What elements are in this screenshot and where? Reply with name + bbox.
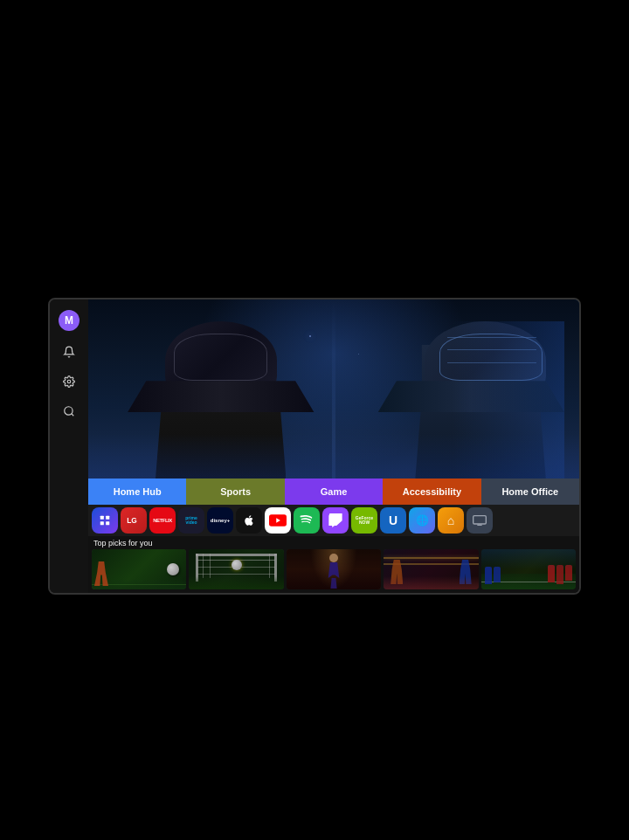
svg-rect-4 xyxy=(106,516,109,520)
user-avatar[interactable]: M xyxy=(59,310,79,331)
main-content: Home Hub Sports Game Accessibility Home … xyxy=(88,300,579,593)
tab-accessibility[interactable]: Accessibility xyxy=(383,479,480,505)
app-uverse[interactable]: U xyxy=(380,507,406,534)
thumbnail-3[interactable] xyxy=(287,549,381,589)
bell-icon[interactable] xyxy=(60,343,78,361)
thumbnail-5[interactable] xyxy=(481,549,576,589)
app-netflix[interactable]: NETFLIX xyxy=(149,507,176,534)
svg-point-10 xyxy=(299,513,314,528)
svg-text:LG: LG xyxy=(127,516,137,525)
app-apple-tv[interactable] xyxy=(236,507,262,534)
svg-point-1 xyxy=(65,407,73,415)
tab-home-hub[interactable]: Home Hub xyxy=(88,479,186,505)
svg-line-2 xyxy=(72,414,74,417)
svg-rect-11 xyxy=(473,516,487,524)
app-geforce-now[interactable]: GeForceNOW xyxy=(351,507,377,534)
top-picks-label: Top picks for you xyxy=(88,536,579,549)
hero-banner[interactable] xyxy=(88,300,579,479)
svg-rect-3 xyxy=(100,516,104,520)
thumbnails-row xyxy=(88,549,579,593)
sidebar: M xyxy=(50,300,88,593)
svg-rect-5 xyxy=(100,521,104,525)
app-youtube[interactable] xyxy=(265,507,291,534)
tv-frame: M xyxy=(48,298,581,595)
app-apps-grid[interactable] xyxy=(92,507,118,534)
thumbnail-2[interactable] xyxy=(189,549,283,589)
top-picks-section: Top picks for you xyxy=(88,536,579,593)
app-web-browser[interactable]: 🌐 xyxy=(409,507,435,534)
app-disney-plus[interactable]: disney+ xyxy=(207,507,233,534)
svg-rect-6 xyxy=(106,521,109,525)
app-screen-share[interactable] xyxy=(467,507,493,534)
app-lg-channels[interactable]: LG xyxy=(121,507,147,534)
app-twitch[interactable] xyxy=(322,507,349,534)
tab-game[interactable]: Game xyxy=(285,479,383,505)
search-icon[interactable] xyxy=(60,403,78,420)
settings-icon[interactable] xyxy=(60,373,78,390)
apps-row: LG NETFLIX primevideo disney+ xyxy=(88,505,579,536)
tab-sports[interactable]: Sports xyxy=(186,479,284,505)
tab-home-office[interactable]: Home Office xyxy=(481,479,579,505)
app-spotify[interactable] xyxy=(294,507,320,534)
app-prime-video[interactable]: primevideo xyxy=(178,507,204,534)
thumbnail-1[interactable] xyxy=(92,549,186,589)
nav-tabs: Home Hub Sports Game Accessibility Home … xyxy=(88,479,579,505)
app-smart-home[interactable]: ⌂ xyxy=(438,507,464,534)
svg-point-0 xyxy=(67,380,71,383)
thumbnail-4[interactable] xyxy=(384,549,478,589)
